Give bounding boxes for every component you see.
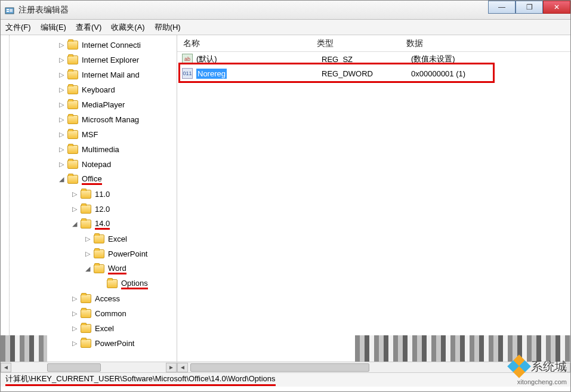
dword-value-icon: 011 [182, 68, 193, 79]
tree-item[interactable]: ▷Internet Explorer [1, 53, 177, 67]
tree-item-label: Internet Explorer [82, 55, 139, 64]
registry-tree[interactable]: ▷Internet Connecti▷Internet Explorer▷Int… [1, 35, 177, 351]
scroll-thumb[interactable] [190, 363, 369, 372]
tree-item[interactable]: ▷11.0 [1, 187, 177, 202]
tree-item[interactable]: ▷PowerPoint [1, 246, 177, 261]
folder-icon [67, 100, 78, 109]
folder-icon [67, 70, 78, 79]
tree-item-label: 14.0 [95, 219, 110, 230]
tree-item[interactable]: ◢14.0 [1, 217, 177, 232]
expander-closed-icon[interactable]: ▷ [58, 131, 65, 138]
folder-icon [107, 279, 118, 288]
folder-icon [81, 309, 91, 318]
expander-closed-icon[interactable]: ▷ [71, 191, 78, 198]
expander-closed-icon[interactable]: ▷ [58, 87, 65, 94]
expander-closed-icon[interactable]: ▷ [71, 206, 78, 213]
expander-closed-icon[interactable]: ▷ [58, 146, 65, 153]
expander-open-icon[interactable]: ◢ [84, 266, 91, 273]
menu-help[interactable]: 帮助(H) [155, 22, 181, 33]
close-button[interactable]: ✕ [543, 1, 570, 14]
list-row[interactable]: 011NoreregREG_DWORD0x00000001 (1) [177, 66, 570, 81]
tree-item[interactable]: Options [1, 276, 177, 291]
tree-item[interactable]: ▷Excel [1, 321, 177, 336]
watermark: 系统城 xitongcheng.com [511, 358, 567, 375]
scroll-track[interactable] [11, 363, 166, 372]
menu-edit[interactable]: 编辑(E) [41, 22, 66, 33]
expander-closed-icon[interactable]: ▷ [71, 340, 78, 347]
tree-item[interactable]: ▷Internet Connecti [1, 38, 177, 53]
tree-item[interactable]: ▷Internet Mail and [1, 67, 177, 82]
expander-closed-icon[interactable]: ▷ [71, 295, 78, 303]
column-header-data[interactable]: 数据 [400, 38, 570, 49]
scroll-right-button[interactable]: ► [166, 363, 177, 372]
tree-item[interactable]: ▷12.0 [1, 202, 177, 217]
folder-icon [67, 145, 78, 154]
folder-icon [81, 339, 91, 348]
value-data: (数值未设置) [411, 54, 570, 64]
folder-icon [94, 249, 104, 258]
expander-open-icon[interactable]: ◢ [71, 221, 78, 228]
list-header: 名称 类型 数据 [177, 35, 570, 52]
expander-closed-icon[interactable]: ▷ [71, 325, 78, 332]
expander-open-icon[interactable]: ◢ [58, 176, 65, 183]
tree-item[interactable]: ▷Access [1, 291, 177, 306]
tree-item-label: Excel [108, 234, 127, 243]
expander-closed-icon[interactable]: ▷ [71, 310, 78, 317]
folder-icon [67, 41, 78, 50]
menu-file[interactable]: 文件(F) [5, 22, 31, 33]
scroll-thumb[interactable] [47, 363, 101, 372]
folder-icon [67, 115, 78, 124]
tree-item[interactable]: ▷Multimedia [1, 142, 177, 157]
expander-closed-icon[interactable]: ▷ [84, 236, 91, 243]
expander-closed-icon[interactable]: ▷ [58, 161, 65, 168]
scroll-left-button[interactable]: ◄ [177, 363, 188, 372]
obscured-region [1, 335, 47, 362]
menu-view[interactable]: 查看(V) [76, 22, 101, 33]
tree-item-label: Access [95, 294, 120, 303]
folder-icon [81, 294, 91, 303]
tree-item[interactable]: ▷Keyboard [1, 82, 177, 97]
tree-item[interactable]: ▷MSF [1, 127, 177, 142]
folder-icon [94, 234, 104, 243]
expander-closed-icon[interactable]: ▷ [58, 101, 65, 109]
tree-item[interactable]: ▷Microsoft Manag [1, 112, 177, 127]
maximize-button[interactable]: ❐ [516, 1, 543, 14]
window-title: 注册表编辑器 [18, 5, 69, 16]
tree-item-label: PowerPoint [95, 339, 134, 348]
value-name: Norereg [196, 69, 322, 78]
folder-icon [81, 190, 91, 199]
expander-closed-icon[interactable]: ▷ [58, 42, 65, 49]
tree-item-label: 11.0 [95, 190, 110, 199]
tree-item-label: Word [108, 264, 126, 274]
title-bar: 注册表编辑器 — ❐ ✕ [1, 1, 570, 20]
menu-favorites[interactable]: 收藏夹(A) [111, 22, 144, 33]
column-header-name[interactable]: 名称 [177, 38, 311, 49]
tree-item[interactable]: ▷MediaPlayer [1, 97, 177, 112]
tree-horizontal-scrollbar[interactable]: ◄ ► [1, 362, 177, 372]
expander-closed-icon[interactable]: ▷ [58, 57, 65, 64]
tree-item-label: Keyboard [82, 85, 115, 94]
folder-icon [67, 55, 78, 64]
folder-icon [81, 324, 91, 333]
tree-item-label: 12.0 [95, 205, 110, 214]
tree-item-label: Options [121, 279, 148, 289]
scroll-track[interactable] [188, 363, 560, 372]
svg-rect-2 [7, 11, 9, 12]
column-header-type[interactable]: 类型 [311, 38, 400, 49]
scroll-left-button[interactable]: ◄ [1, 363, 11, 372]
list-row[interactable]: ab(默认)REG_SZ(数值未设置) [177, 52, 570, 66]
minimize-button[interactable]: — [488, 1, 516, 14]
tree-item[interactable]: ◢Office [1, 172, 177, 187]
expander-closed-icon[interactable]: ▷ [84, 251, 91, 258]
watermark-url: xitongcheng.com [517, 378, 567, 385]
folder-icon [94, 264, 104, 273]
tree-item[interactable]: ▷Notepad [1, 157, 177, 172]
tree-item-label: Multimedia [82, 145, 119, 154]
expander-closed-icon[interactable]: ▷ [58, 72, 65, 79]
tree-item[interactable]: ▷Excel [1, 232, 177, 246]
tree-item-label: Microsoft Manag [82, 115, 139, 124]
tree-item[interactable]: ▷Common [1, 306, 177, 321]
tree-item[interactable]: ◢Word [1, 261, 177, 276]
folder-icon [67, 85, 78, 94]
expander-closed-icon[interactable]: ▷ [58, 116, 65, 124]
